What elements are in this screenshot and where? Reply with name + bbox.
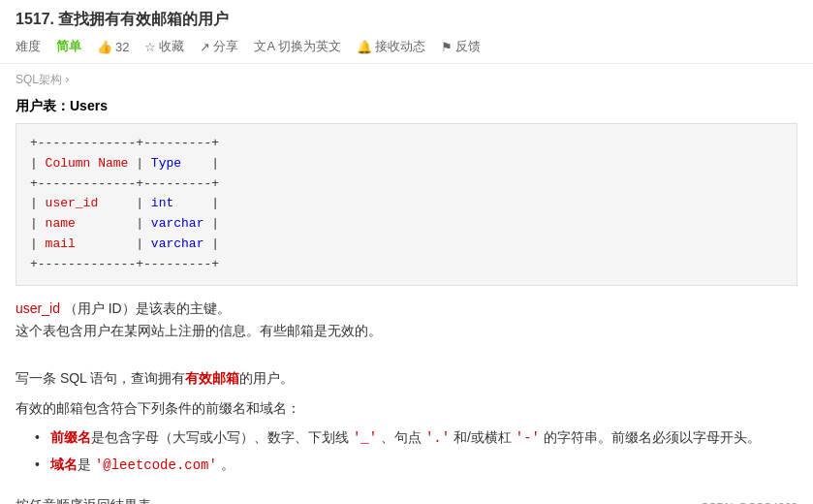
code-line-userid: | user_id | int |	[30, 194, 783, 214]
toolbar: 难度 简单 👍 32 ☆ 收藏 ↗ 分享 文A 切换为英文	[16, 36, 797, 57]
difficulty-label: 难度	[16, 36, 48, 57]
code-line-border-top: +-------------+---------+	[30, 134, 783, 154]
like-button[interactable]: 👍 32	[89, 38, 137, 56]
flag-icon: ⚑	[441, 40, 453, 54]
table-label-section: 用户表：Users +-------------+---------+ | Co…	[0, 92, 813, 359]
thumb-up-icon: 👍	[97, 40, 112, 54]
code-line-header: | Column Name | Type |	[30, 154, 783, 174]
bullet-list: 前缀名是包含字母（大写或小写）、数字、下划线 '_' 、句点 '.' 和/或横杠…	[16, 425, 797, 478]
difficulty-value[interactable]: 简单	[48, 36, 89, 57]
collect-button[interactable]: ☆ 收藏	[137, 36, 192, 57]
code-block: +-------------+---------+ | Column Name …	[16, 123, 797, 286]
page-wrapper: 1517. 查找拥有有效邮箱的用户 难度 简单 👍 32 ☆ 收藏 ↗ 分享	[0, 0, 813, 504]
translate-button[interactable]: 文A 切换为英文	[246, 36, 349, 57]
bullet-item-domain: 域名是 '@leetcode.com' 。	[35, 453, 797, 478]
page-title: 1517. 查找拥有有效邮箱的用户	[16, 10, 797, 30]
code-line-name: | name | varchar |	[30, 214, 783, 235]
desc-line-1: user_id （用户 ID）是该表的主键。	[16, 298, 797, 321]
code-line-border-bottom: +-------------+---------+	[30, 255, 783, 275]
content-area: 写一条 SQL 语句，查询拥有有效邮箱的用户。 有效的邮箱包含符合下列条件的前缀…	[0, 359, 813, 493]
question-statement: 写一条 SQL 语句，查询拥有有效邮箱的用户。	[16, 366, 797, 391]
share-button[interactable]: ↗ 分享	[192, 36, 246, 57]
breadcrumb[interactable]: SQL架构 ›	[0, 64, 813, 92]
notify-button[interactable]: 🔔 接收动态	[349, 36, 433, 57]
footer-note: 按任意顺序返回结果表。	[0, 493, 813, 504]
translate-icon: 文A	[254, 38, 275, 55]
bell-icon: 🔔	[357, 40, 372, 54]
code-line-border-mid: +-------------+---------+	[30, 174, 783, 195]
condition-intro: 有效的邮箱包含符合下列条件的前缀名和域名：	[16, 396, 797, 421]
page-header: 1517. 查找拥有有效邮箱的用户 难度 简单 👍 32 ☆ 收藏 ↗ 分享	[0, 0, 813, 64]
page-container: 1517. 查找拥有有效邮箱的用户 难度 简单 👍 32 ☆ 收藏 ↗ 分享	[0, 0, 813, 504]
user-table-label: 用户表：Users	[16, 98, 797, 115]
desc-line-2: 这个表包含用户在某网站上注册的信息。有些邮箱是无效的。	[16, 320, 797, 343]
code-line-mail: | mail | varchar |	[30, 235, 783, 255]
share-icon: ↗	[200, 40, 210, 54]
star-icon: ☆	[144, 40, 156, 54]
bullet-item-prefix: 前缀名是包含字母（大写或小写）、数字、下划线 '_' 、句点 '.' 和/或横杠…	[35, 425, 797, 451]
description-block: user_id （用户 ID）是该表的主键。 这个表包含用户在某网站上注册的信息…	[16, 294, 797, 354]
feedback-button[interactable]: ⚑ 反馈	[433, 36, 488, 57]
